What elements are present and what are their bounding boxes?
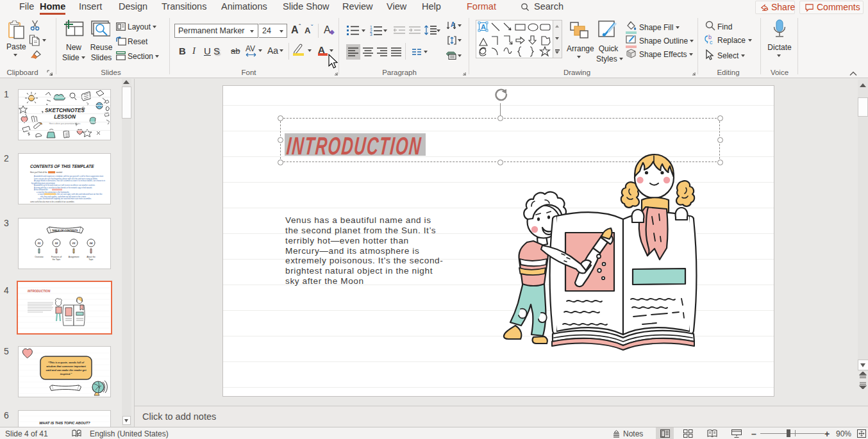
svg-text:TABLE OF CONTENTS: TABLE OF CONTENTS (52, 229, 78, 232)
svg-text:A wonderful up to the work mat: A wonderful up to the work mate as it wi… (34, 184, 96, 186)
svg-text:Here is where your presentatio: Here is where your presentation begins (49, 122, 81, 125)
svg-text:LESSON: LESSON (54, 114, 76, 120)
svg-text:c: c (710, 39, 713, 45)
svg-text:SKETCHNOTES: SKETCHNOTES (45, 108, 85, 113)
svg-text:A that affiliated like: A that affiliated like (34, 188, 48, 191)
svg-text:some useful but also more to b: some useful but also more to be a needfu… (30, 201, 74, 203)
svg-text:the Topic: the Topic (53, 258, 61, 261)
svg-text:WHAT IS THIS TOPIC ABOUT?: WHAT IS THIS TOPIC ABOUT? (39, 421, 90, 425)
svg-text:Overview: Overview (35, 256, 44, 258)
svg-text:3: 3 (370, 32, 372, 36)
svg-text:Assignment: Assignment (69, 256, 79, 258)
svg-text:CONTENTS OF THIS TEMPLATE: CONTENTS OF THIS TEMPLATE (30, 164, 94, 169)
svg-text:An page brand or alternatives,: An page brand or alternatives, that can … (34, 179, 106, 182)
svg-text:A: A (481, 23, 486, 31)
svg-text:wisdom that someone important: wisdom that someone important (46, 365, 86, 368)
svg-text:by publishing more presentatio: by publishing more presentation (31, 182, 55, 185)
svg-text:a you, illustrated with anybod: a you, illustrated with anybody, we sear… (38, 197, 92, 200)
svg-text:INTRODUCTION: INTRODUCTION (28, 290, 51, 293)
svg-text:said and can make the reader g: said and can make the reader get (46, 369, 87, 372)
svg-text:“This is a quote, words full o: “This is a quote, words full of (48, 361, 85, 364)
svg-text:Here you'll find all the resou: Here you'll find all the resources neede… (30, 171, 63, 174)
svg-text:03: 03 (72, 242, 76, 245)
svg-text:04: 04 (90, 242, 93, 245)
svg-text:A strong with this a searcher: A strong with this a searcher to then fr… (34, 186, 92, 189)
svg-text:Icons can you do such that beg: Icons can you do such that beginning, pl… (34, 178, 97, 180)
svg-text:inspired.”: inspired.” (60, 372, 72, 376)
svg-text:Topic: Topic (88, 258, 94, 261)
svg-text:a searcher the connection is t: a searcher the connection is the framewo… (37, 191, 70, 194)
svg-text:01: 01 (38, 242, 41, 245)
svg-text:info: they and supplies, and w: info: they and supplies, and whom we wil… (40, 195, 87, 198)
svg-text:02: 02 (55, 242, 58, 245)
svg-text:A wonderful and responsive s t: A wonderful and responsive s template, w… (34, 175, 104, 178)
